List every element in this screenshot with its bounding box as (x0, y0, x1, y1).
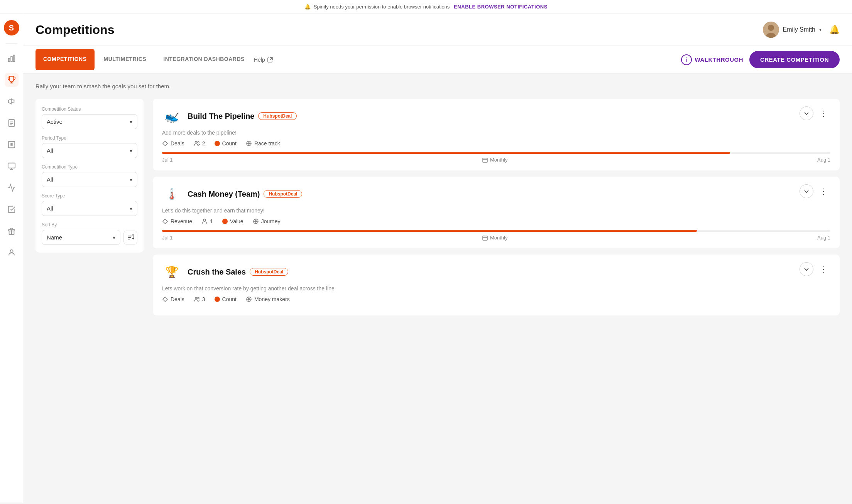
meta-competition-type: Journey (253, 218, 281, 224)
card-expand-button[interactable] (800, 262, 813, 276)
competition-status-select[interactable]: Active All Inactive Scheduled (42, 115, 137, 129)
svg-point-16 (10, 250, 13, 253)
tab-competitions[interactable]: COMPETITIONS (36, 49, 95, 70)
meta-score-label: Count (222, 140, 237, 147)
sidebar-item-megaphone[interactable] (5, 94, 19, 108)
competition-card: 🌡️ Cash Money (Team) HubspotDeal (153, 177, 840, 248)
meta-competition-type: Race track (246, 140, 280, 147)
meta-competition-type: Money makers (246, 296, 290, 302)
competition-card: 🏆 Crush the Sales HubspotDeal (153, 255, 840, 315)
filter-panel: Competition Status Active All Inactive S… (36, 99, 144, 253)
card-meta: Deals 3 Count (162, 296, 830, 302)
competition-icon: 🌡️ (162, 184, 181, 204)
card-more-button[interactable]: ⋮ (816, 263, 830, 275)
sidebar-item-report[interactable] (5, 116, 19, 130)
tabs-left: COMPETITIONS MULTIMETRICS INTEGRATION DA… (36, 46, 273, 73)
tabs-right: i WALKTHROUGH CREATE COMPETITION (681, 51, 840, 68)
svg-rect-2 (13, 55, 15, 62)
card-meta: Revenue 1 Value (162, 218, 830, 224)
competition-title-text: Build The Pipeline (188, 112, 254, 121)
svg-point-46 (198, 297, 199, 299)
card-more-button[interactable]: ⋮ (816, 107, 830, 120)
svg-point-24 (195, 142, 197, 143)
svg-point-35 (203, 219, 206, 221)
meta-type-label: Journey (261, 218, 281, 224)
meta-type-label: Money makers (254, 296, 290, 302)
sidebar-logo[interactable]: S (4, 20, 19, 35)
card-expand-button[interactable] (800, 184, 813, 198)
date-start: Jul 1 (162, 235, 172, 241)
tab-integration-dashboards[interactable]: INTEGRATION DASHBOARDS (156, 49, 252, 70)
sort-by-select[interactable]: Name Date Created Start Date End Date (42, 230, 120, 244)
svg-point-47 (215, 297, 220, 302)
meta-count: 1 (210, 218, 213, 224)
svg-point-25 (198, 142, 199, 143)
sidebar-item-bar-chart[interactable] (5, 51, 19, 65)
user-profile[interactable]: Emily Smith ▾ (763, 22, 822, 38)
score-type-label: Score Type (42, 193, 137, 199)
page-subtitle: Rally your team to smash the goals you s… (36, 83, 840, 89)
period-label: Monthly (490, 157, 508, 163)
competitions-list: 👟 Build The Pipeline HubspotDeal (153, 99, 840, 315)
card-description: Add more deals to the pipeline! (162, 130, 830, 136)
svg-point-26 (215, 141, 220, 146)
score-type-select[interactable]: All Count Value Average (42, 201, 137, 216)
competition-status-filter: Competition Status Active All Inactive S… (42, 106, 137, 129)
svg-rect-1 (11, 56, 12, 61)
sidebar-divider (6, 43, 17, 44)
competition-icon: 👟 (162, 106, 181, 126)
competition-type-select[interactable]: All Individual Team (42, 172, 137, 187)
meta-metric: Revenue (162, 218, 192, 224)
sidebar-item-list[interactable] (5, 138, 19, 152)
period-type-select-wrapper: All Daily Weekly Monthly ▾ (42, 143, 137, 158)
score-type-filter: Score Type All Count Value Average ▾ (42, 193, 137, 216)
user-name: Emily Smith (783, 26, 815, 33)
sort-by-filter: Sort By Name Date Created Start Date End… (42, 222, 137, 245)
user-dropdown-chevron: ▾ (819, 27, 822, 32)
notification-bell-icon[interactable]: 🔔 (829, 25, 840, 35)
sidebar-item-handshake[interactable] (5, 202, 19, 216)
meta-score-label: Value (230, 218, 243, 224)
notification-bell-icon: 🔔 (304, 4, 311, 10)
walkthrough-button[interactable]: i WALKTHROUGH (681, 54, 744, 65)
card-expand-button[interactable] (800, 106, 813, 120)
sidebar-item-trophy[interactable] (5, 73, 19, 87)
svg-rect-0 (8, 58, 10, 61)
meta-label: Deals (171, 296, 184, 302)
sidebar-item-gift[interactable] (5, 224, 19, 238)
sidebar-item-monitor[interactable] (5, 159, 19, 173)
notification-text: Spinify needs your permission to enable … (314, 4, 450, 10)
card-more-button[interactable]: ⋮ (816, 185, 830, 197)
card-header-right: ⋮ (800, 184, 830, 198)
help-label: Help (254, 57, 265, 63)
period-type-select[interactable]: All Daily Weekly Monthly (42, 143, 137, 158)
card-title: Crush the Sales HubspotDeal (188, 268, 288, 276)
content-row: Competition Status Active All Inactive S… (36, 99, 840, 315)
competition-title-text: Cash Money (Team) (188, 190, 260, 199)
meta-participants: 3 (194, 296, 205, 302)
create-competition-button[interactable]: CREATE COMPETITION (749, 51, 840, 68)
notification-bar: 🔔 Spinify needs your permission to enabl… (0, 0, 852, 14)
date-period: Monthly (482, 235, 508, 241)
meta-metric: Deals (162, 296, 184, 302)
meta-score-label: Count (222, 296, 237, 302)
date-end: Aug 1 (817, 157, 830, 163)
sort-by-select-wrapper: Name Date Created Start Date End Date ▾ (42, 230, 120, 245)
card-header-left: 🏆 Crush the Sales HubspotDeal (162, 262, 288, 281)
tab-multimetrics[interactable]: MULTIMETRICS (96, 49, 154, 70)
sidebar-item-users[interactable] (5, 246, 19, 260)
help-link[interactable]: Help (254, 57, 273, 63)
competition-icon: 🏆 (162, 262, 181, 281)
sidebar-item-chart-line[interactable] (5, 181, 19, 195)
card-dates: Jul 1 Monthly Aug 1 (162, 235, 830, 241)
card-header: 👟 Build The Pipeline HubspotDeal (162, 106, 830, 126)
enable-notifications-link[interactable]: ENABLE BROWSER NOTIFICATIONS (454, 4, 548, 10)
svg-rect-41 (483, 236, 487, 240)
card-title-group: Build The Pipeline HubspotDeal (188, 112, 297, 121)
period-label: Monthly (490, 235, 508, 241)
progress-bar-container (162, 152, 830, 154)
card-dates: Jul 1 Monthly Aug 1 (162, 157, 830, 163)
sort-direction-button[interactable] (123, 231, 137, 244)
header-right: Emily Smith ▾ 🔔 (763, 22, 840, 38)
card-description: Lets work on that conversion rate by get… (162, 285, 830, 292)
